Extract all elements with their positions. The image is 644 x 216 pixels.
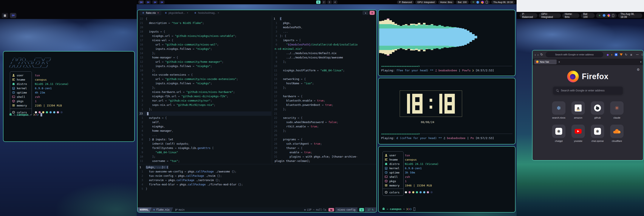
tab-close-icon[interactable]: × <box>218 12 219 15</box>
uptime-icon <box>385 171 388 174</box>
shortcut-tile-claude[interactable]: ✳ <box>610 101 624 115</box>
power-profile-pill[interactable]: P: Balanced <box>520 13 538 18</box>
line-number: 21 <box>272 111 280 116</box>
shortcut-tile-youtube[interactable] <box>572 125 585 138</box>
battery-pill[interactable]: Bat: 100 <box>581 13 595 18</box>
distro-icon <box>385 162 388 165</box>
clock-pill[interactable]: Thu Aug 08, 18:39 <box>618 13 642 18</box>
code-token: Playing: <box>381 69 396 72</box>
shell-prompt[interactable]: →canopus~❯❯❯ <box>382 207 415 211</box>
url-bar[interactable]: Search with Google or enter address <box>546 52 603 57</box>
code-token: ; <box>217 43 219 46</box>
shortcut-tile-search.nixos[interactable]: ❄ <box>552 101 566 115</box>
fastfetch-terminal-window[interactable]: usertuxhnamecanopusdistroNixOS 24.11 (Vi… <box>378 146 516 212</box>
system-tray[interactable]: ✳ ᛒ <box>470 1 490 4</box>
neovim-window[interactable]: ❄flake.nix×❄pkgs/default...×❄hosts/isoIm… <box>137 10 377 212</box>
newtab-search-input[interactable]: Search with Google or enter address <box>553 87 623 94</box>
network-icon[interactable]: ✳ <box>598 14 601 17</box>
terminal-cursor[interactable] <box>40 113 42 116</box>
visualizer-bar <box>462 29 464 46</box>
tag-1[interactable]: $W <box>10 13 16 18</box>
launcher-grid-icon[interactable]: ▦ <box>2 13 8 18</box>
battery-pill[interactable]: Bat: 100 <box>456 1 469 4</box>
back-icon[interactable]: ‹ <box>535 53 536 57</box>
workspace-1[interactable]: 1 <box>316 1 320 4</box>
terminal-window-fastfetch-left[interactable]: _ __ _ ____ ____ / |/ /(_)_ __ / __ \/ _… <box>3 51 135 142</box>
code-token: home-manager <box>146 56 172 59</box>
code-token: { <box>280 17 282 20</box>
fastfetch-value: 1 <box>35 100 36 103</box>
shell-prompt[interactable]: →canopus~❯❯❯ <box>9 113 42 116</box>
shortcut-tile-github[interactable] <box>591 101 604 115</box>
power-profile-pill[interactable]: P: Balanced <box>397 1 414 4</box>
newtab-settings-gear-icon[interactable]: ⚙ <box>637 68 640 72</box>
workspace-2[interactable]: 2 <box>322 1 326 4</box>
pane-flake-nix[interactable]: 22{21 description = "tux's NixOS Flake";… <box>138 16 272 164</box>
bluetooth-icon[interactable]: ᛒ <box>476 1 479 4</box>
shortcut-cloudflare: cloudflare <box>610 125 624 142</box>
shortcut-tile-amazon[interactable]: a <box>572 101 585 115</box>
shortcut-label: amazon <box>572 116 585 119</box>
maximize-icon[interactable]: □ <box>642 53 643 56</box>
minimize-icon[interactable]: — <box>636 53 638 56</box>
account-sync-icon[interactable]: ↻ <box>625 53 627 56</box>
phone-icon[interactable] <box>612 14 614 17</box>
reload-icon[interactable]: ↻ <box>540 53 543 57</box>
menu-icon[interactable]: ≡ <box>630 53 632 57</box>
bluetooth-icon[interactable]: ᛒ <box>603 14 606 17</box>
tag-3[interactable]: $W <box>152 1 158 4</box>
code-token: ./awesome <box>214 170 230 173</box>
code-token: = <box>167 21 172 25</box>
tag-4[interactable]: $W <box>159 1 165 4</box>
firefox-window[interactable]: ‹ › ↻ Search with Google or enter addres… <box>532 50 644 161</box>
code-text: home-manager = { <box>146 55 178 60</box>
buffer-toggle-icon[interactable]: ◑ <box>362 11 368 15</box>
workspace-4[interactable]: 4 <box>333 1 337 4</box>
password-manager-icon[interactable] <box>615 53 618 56</box>
shortcut-tile-chatgpt[interactable]: ❋ <box>552 125 566 138</box>
editor-area[interactable]: 22{21 description = "tux's NixOS Flake";… <box>138 16 376 207</box>
shortcut-tile-cloudflare[interactable] <box>610 125 624 138</box>
phone-icon[interactable] <box>486 1 488 4</box>
shortcut-tile-chat.openai[interactable]: ❋ <box>591 125 604 138</box>
gpu-pill[interactable]: GPU: Integrated <box>415 1 437 4</box>
buffer-tab-flake.nix[interactable]: ❄flake.nix× <box>140 11 162 15</box>
gpu-pill[interactable]: GPU: Integrated <box>539 13 561 18</box>
tab-close-icon[interactable]: × <box>157 12 159 15</box>
tag-2[interactable]: $W <box>145 1 151 4</box>
clock-pill[interactable]: Thu Aug 08, 18:18 <box>491 1 515 4</box>
dark-reader-icon[interactable]: ◗ <box>611 53 613 56</box>
extension-diamond-icon[interactable]: ◆ <box>607 53 609 56</box>
line-number: 3 <box>272 30 280 34</box>
code-text: outputs = { <box>146 116 167 120</box>
color-wheel-icon[interactable] <box>481 1 484 4</box>
clock-terminal-window[interactable]: 08/08/24 ======================> Playing… <box>378 78 516 144</box>
metamask-icon[interactable] <box>620 54 623 56</box>
pane-pkgs-default-nix[interactable]: 1{pkgs, ...}: {1 tux-awesome-wm-config =… <box>138 164 376 207</box>
code-line: 1 }; <box>138 107 272 111</box>
tab-dropdown-icon[interactable]: ▾ <box>640 61 642 63</box>
buffer-tab-pkgs/default...[interactable]: ❄pkgs/default...× <box>162 11 191 15</box>
battery-label: Bat: 100 <box>458 1 467 4</box>
pane-iso-image-nix[interactable]: 1{1 pkgs,2 modulesPath,3 ...4}: {5 impor… <box>272 16 376 164</box>
tab-close-icon[interactable]: × <box>187 12 188 15</box>
ping-pill[interactable]: Home: 6ms <box>562 13 580 18</box>
color-wheel-icon[interactable] <box>608 14 610 17</box>
tag-1[interactable]: $W <box>138 1 144 4</box>
new-tab-button[interactable]: + <box>558 60 560 64</box>
buffer-close-icon[interactable]: × <box>370 11 375 15</box>
workspace-3[interactable]: 3 <box>328 1 332 4</box>
code-token: nixos-hardware.url <box>146 90 182 94</box>
ping-pill[interactable]: Home: 8ms <box>438 1 454 4</box>
terminal-cursor[interactable] <box>414 207 415 211</box>
buffer-tab-hosts/isoImag..[interactable]: ❄hosts/isoImag..× <box>192 11 222 15</box>
code-token: callPackage <box>176 178 194 182</box>
network-icon[interactable]: ✳ <box>472 1 474 4</box>
cava-terminal-window[interactable]: ======================> Playing: ffee fo… <box>378 10 516 76</box>
tab-new-tab[interactable]: New Tab <box>534 60 556 64</box>
forward-icon[interactable]: › <box>538 53 538 57</box>
code-token: }; <box>280 129 286 132</box>
vertical-split-separator[interactable] <box>272 16 272 164</box>
system-tray[interactable]: ✳ ᛒ <box>596 13 617 18</box>
code-token: "tux" <box>170 159 178 162</box>
